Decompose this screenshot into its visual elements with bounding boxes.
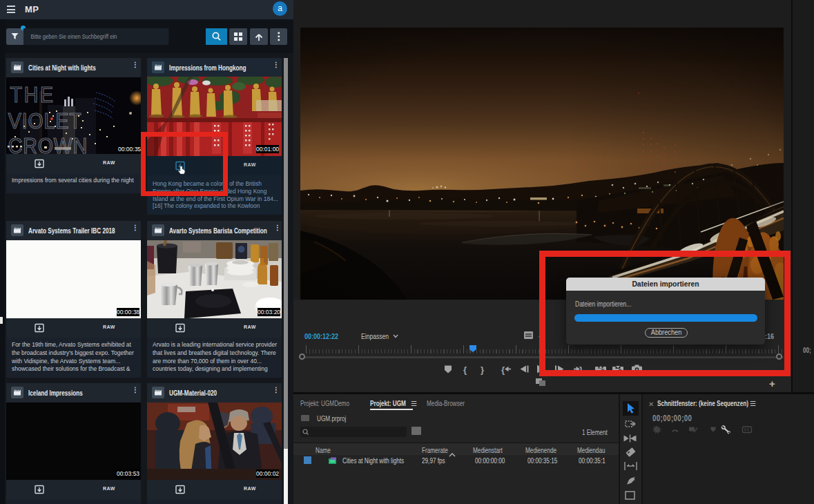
svg-text:{: { — [501, 365, 505, 375]
svg-text:{: { — [463, 365, 467, 375]
svg-text:CROWN: CROWN — [8, 134, 88, 154]
svg-text:}: } — [481, 365, 484, 375]
svg-text:VIOLET: VIOLET — [8, 109, 82, 133]
svg-text:THE: THE — [10, 83, 55, 106]
